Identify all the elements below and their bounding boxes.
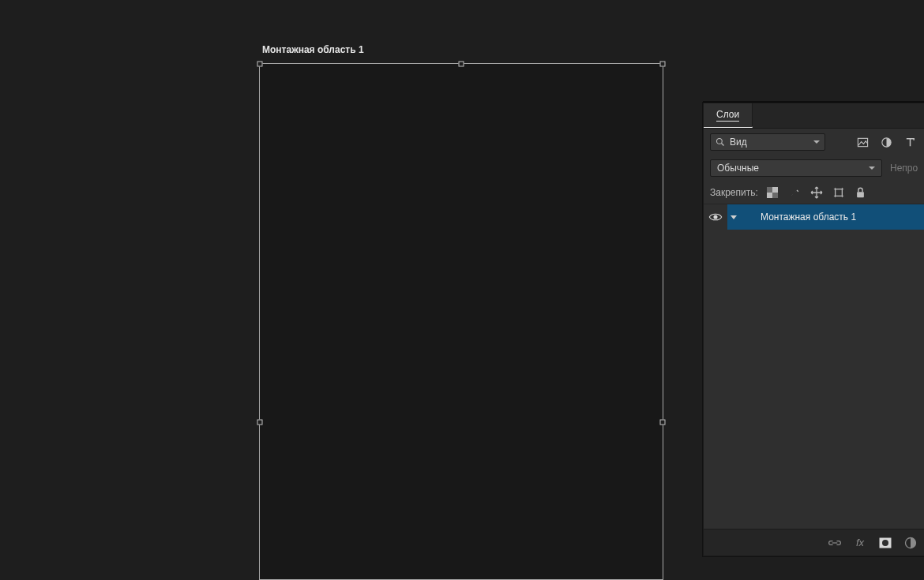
- handle-top-center[interactable]: [459, 62, 464, 67]
- filter-row: Вид: [704, 129, 924, 155]
- svg-line-1: [722, 144, 724, 146]
- chevron-down-icon: [869, 167, 875, 170]
- filter-adjustment-icon[interactable]: [880, 136, 892, 148]
- blend-mode-label: Обычные: [717, 163, 759, 174]
- search-icon: [716, 137, 725, 147]
- filter-type-icon[interactable]: [903, 136, 916, 148]
- blend-row: Обычные Непро: [704, 155, 924, 181]
- artboard[interactable]: [259, 63, 663, 580]
- blend-mode-dropdown[interactable]: Обычные: [710, 159, 882, 177]
- panel-footer: fx: [704, 529, 924, 556]
- opacity-label: Непро: [890, 163, 918, 174]
- tab-layers[interactable]: Слои: [704, 103, 753, 128]
- eye-icon: [708, 212, 723, 222]
- kind-dropdown-label: Вид: [730, 137, 747, 148]
- layers-panel: Слои Вид: [703, 103, 924, 556]
- layer-fx-icon[interactable]: fx: [853, 536, 867, 550]
- lock-icons: [766, 186, 867, 199]
- lock-pixels-icon[interactable]: [788, 186, 801, 199]
- link-layers-icon[interactable]: [828, 536, 842, 550]
- visibility-toggle[interactable]: [704, 204, 727, 230]
- lock-row: Закрепить:: [704, 181, 924, 204]
- lock-transparency-icon[interactable]: [766, 186, 779, 199]
- svg-rect-6: [772, 193, 778, 198]
- panel-tab-row: Слои: [704, 103, 924, 129]
- kind-dropdown[interactable]: Вид: [710, 133, 825, 151]
- layer-main[interactable]: Монтажная область 1: [727, 204, 924, 230]
- layer-list: Монтажная область 1: [704, 204, 924, 529]
- tab-layers-label: Слои: [716, 109, 739, 122]
- handle-mid-left[interactable]: [257, 420, 263, 425]
- lock-all-icon[interactable]: [855, 186, 867, 199]
- svg-point-15: [882, 540, 888, 546]
- canvas-area[interactable]: Монтажная область 1: [0, 0, 703, 580]
- svg-point-13: [713, 215, 717, 219]
- lock-artboard-icon[interactable]: [832, 186, 845, 199]
- handle-top-left[interactable]: [257, 62, 263, 67]
- artboard-label[interactable]: Монтажная область 1: [262, 44, 364, 55]
- svg-rect-7: [835, 189, 842, 196]
- filter-icons: [832, 136, 918, 148]
- handle-mid-right[interactable]: [660, 420, 666, 425]
- add-mask-icon[interactable]: [878, 536, 892, 550]
- svg-rect-2: [858, 138, 867, 146]
- lock-position-icon[interactable]: [810, 186, 823, 199]
- svg-rect-12: [857, 192, 864, 197]
- chevron-down-icon: [813, 140, 820, 144]
- layer-name[interactable]: Монтажная область 1: [761, 211, 856, 223]
- lock-label: Закрепить:: [710, 187, 758, 198]
- new-adjustment-icon[interactable]: [903, 536, 918, 550]
- svg-rect-5: [767, 187, 772, 193]
- layer-item[interactable]: Монтажная область 1: [704, 204, 924, 230]
- handle-top-right[interactable]: [660, 62, 666, 67]
- filter-image-icon[interactable]: [856, 136, 869, 148]
- expand-chevron-icon[interactable]: [731, 215, 737, 219]
- svg-point-0: [717, 139, 723, 144]
